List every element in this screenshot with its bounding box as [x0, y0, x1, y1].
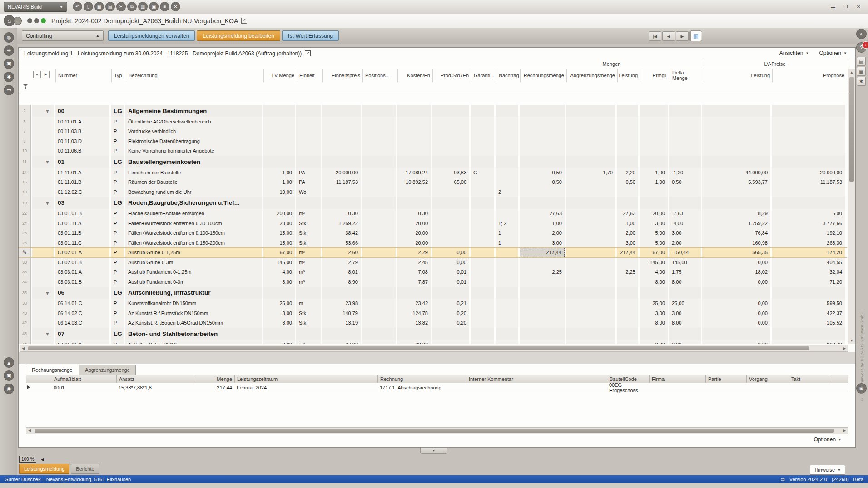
external-link-icon[interactable]: ↗ [241, 18, 247, 24]
hints-button[interactable]: Hinweise ▼ [810, 465, 845, 475]
notification-badge[interactable]: 1 [862, 41, 868, 49]
quick-paste-button[interactable]: ▥ [138, 2, 148, 11]
grid-filter-row[interactable] [19, 82, 847, 92]
detail-tab-abgrenzungsmenge[interactable]: Abgrenzungsmenge [79, 365, 135, 375]
detail-horizontal-scrollbar[interactable]: ◀ ▶ [26, 427, 848, 434]
position-row-07.01.01.A[interactable]: 4607.01.01.APAuffüllen Beton C8/103,00m³… [19, 340, 847, 344]
detail-column-menge[interactable]: Menge [196, 375, 235, 383]
position-row-06.14.01.C[interactable]: 3806.14.01.CPKunststoffkanalrohr DN150mm… [19, 299, 847, 309]
filter-funnel-icon[interactable] [22, 84, 29, 90]
position-row-06.14.03.C[interactable]: 4206.14.03.CPAz Kunstst.R.f.Bogen b.45Gr… [19, 318, 847, 328]
sidebar-monitor-button[interactable]: ▭ [4, 85, 14, 95]
collapse-panel-handle[interactable]: ▼ [420, 448, 447, 454]
minimize-button[interactable]: ▬ [828, 3, 838, 10]
position-row-00.11.03.D[interactable]: 800.11.03.DPElektronische Datenübertragu… [19, 136, 847, 146]
sidebar-apps-button[interactable]: ◉ [4, 384, 14, 394]
position-row-03.01.11.C[interactable]: 2603.01.11.CPFällen+Wurzelstock entferne… [19, 238, 847, 248]
scroll-left-icon[interactable]: ◀ [26, 428, 33, 434]
detail-column-firma[interactable]: Firma [650, 375, 706, 383]
group-row-07[interactable]: 43▾07LGBeton- und Stahlbetonarbeiten [19, 328, 847, 340]
detail-column-aufma-blatt[interactable]: Aufmaßblatt [52, 375, 117, 383]
sidebar-window-button[interactable]: ▣ [4, 370, 14, 381]
scroll-right-icon[interactable]: ▶ [841, 428, 848, 434]
horizontal-scroll-thumb[interactable] [28, 346, 809, 350]
quick-close-button[interactable]: ✕ [171, 2, 180, 11]
sidebar-target-button[interactable]: ✛ [4, 45, 14, 56]
position-row-03.01.11.A[interactable]: 2403.01.11.APFällen+Wurzelstock entferne… [19, 218, 847, 228]
column-header-prog[interactable]: Prognose [773, 69, 847, 82]
column-header-gar[interactable]: Garanti... [471, 69, 496, 82]
group-row-00[interactable]: 2▾00LGAllgemeine Bestimmungen [19, 105, 847, 117]
maximize-button[interactable]: ❐ [841, 3, 851, 10]
grid-view-button[interactable]: ▦ [690, 30, 701, 41]
sidebar-settings-button[interactable]: ✱ [4, 72, 14, 82]
column-header-rm[interactable]: Rechnungsmenge [521, 69, 567, 82]
panel-toggle-button[interactable]: ◐ [856, 29, 867, 39]
expand-button[interactable]: ▶ [42, 71, 50, 78]
sidebar-hints-button[interactable]: ◍ [4, 32, 14, 43]
vertical-scrollbar[interactable]: ▲ ▼ [848, 69, 855, 344]
detail-scroll-thumb[interactable] [35, 429, 834, 433]
position-row-03.01.11.B[interactable]: 2503.01.11.BPFällen+Wurzelstock entferne… [19, 228, 847, 238]
position-row-03.02.01.B[interactable]: 3003.02.01.BPAushub Grube 0-3m145,00m³2,… [19, 257, 847, 267]
position-row-03.01.01.B[interactable]: 2203.01.01.BPFläche säubern+Abfälle ents… [19, 209, 847, 219]
detail-tab-rechnungsmenge[interactable]: Rechnungsmenge [26, 365, 78, 375]
detail-row[interactable]: 000115,33*7,88*1,8217,44Februar 20241717… [26, 383, 848, 392]
position-row-01.11.01.B[interactable]: 1501.11.01.BPRäumen der Baustelle1,00PA1… [19, 177, 847, 187]
options-dropdown[interactable]: Optionen▼ [819, 50, 847, 56]
close-window-button[interactable]: ✕ [853, 3, 863, 10]
group-row-03[interactable]: 19▾03LGRoden,Baugrube,Sicherungen u.Tief… [19, 197, 847, 209]
column-header-eh[interactable]: Einheit [297, 69, 323, 82]
tab-scroll-left-icon[interactable]: ◀ [41, 458, 44, 462]
detail-column-ansatz[interactable]: Ansatz [117, 375, 196, 383]
footer-tab-leistungsmeldung[interactable]: Leistungsmeldung [19, 464, 69, 474]
position-row-06.14.02.C[interactable]: 4006.14.02.CPAz Kunstst.R.f.Putzstück DN… [19, 308, 847, 318]
sidebar-scroll-top-button[interactable]: ▲ [4, 357, 14, 368]
vertical-scroll-thumb[interactable] [849, 77, 854, 182]
position-row-03.03.01.A[interactable]: 3303.03.01.APAushub Fundament 0-1,25m4,0… [19, 267, 847, 277]
column-header-lvl[interactable]: Leistung [703, 69, 773, 82]
quick-print-button[interactable]: ≡ [160, 2, 169, 11]
app-selector-dropdown[interactable]: NEVARIS Build ▼ [4, 2, 67, 12]
column-header-bez[interactable]: Bezeichnung [126, 69, 264, 82]
detail-column-leistungszeitraum[interactable]: Leistungszeitraum [235, 375, 378, 383]
layout-button[interactable]: ▤ [857, 57, 866, 66]
column-header-p[interactable]: Prmg1 [640, 69, 670, 82]
quick-cut-button[interactable]: ✂ [116, 2, 126, 11]
position-row-00.11.01.A[interactable]: 500.11.01.APÖffentliche AG/Oberschwellen… [19, 117, 847, 127]
views-dropdown[interactable]: Ansichten▼ [779, 50, 809, 56]
quick-table-button[interactable]: ▦ [94, 2, 104, 11]
horizontal-scrollbar[interactable]: ◀ ▶ [20, 345, 848, 352]
column-header-am[interactable]: Abgrenzungsmenge [567, 69, 618, 82]
quick-save-button[interactable]: ▣ [149, 2, 159, 11]
column-header-pstd[interactable]: Prod.Std./Eh [433, 69, 471, 82]
detail-column-takt[interactable]: Takt [789, 375, 832, 383]
position-row-00.11.06.B[interactable]: 1000.11.06.BPKeine Vorreihung korrigiert… [19, 146, 847, 156]
scroll-up-icon[interactable]: ▲ [848, 69, 855, 75]
column-header-nach[interactable]: Nachtrag [496, 69, 521, 82]
columns-button[interactable]: ▦ [857, 67, 866, 76]
detail-column-bauteilcode[interactable]: BauteilCode [607, 375, 650, 383]
detail-column-vorgang[interactable]: Vorgang [747, 375, 789, 383]
column-header-l[interactable]: Leistung [618, 69, 640, 82]
module-selector[interactable]: Controlling ▲ [22, 30, 104, 41]
detail-options-dropdown[interactable]: Optionen▼ [813, 436, 842, 443]
quick-copy-button[interactable]: ⧉ [127, 2, 137, 11]
scroll-left-icon[interactable]: ◀ [20, 345, 26, 351]
position-row-00.11.03.B[interactable]: 700.11.03.BPVordrucke verbindlich [19, 127, 847, 137]
scroll-right-icon[interactable]: ▶ [841, 345, 848, 351]
position-row-03.02.01.A[interactable]: ✎03.02.01.APAushub Grube 0-1,25m67,00m³2… [19, 248, 847, 258]
position-row-03.03.01.B[interactable]: 3403.03.01.BPAushub Fundament 0-3m8,00m³… [19, 277, 847, 287]
next-record-button[interactable]: ▶ [676, 31, 689, 41]
detail-column-rechnung[interactable]: Rechnung [378, 375, 466, 383]
splitter[interactable] [19, 352, 855, 364]
column-header-keh[interactable]: Kosten/Eh [398, 69, 433, 82]
scroll-down-icon[interactable]: ▼ [848, 337, 855, 344]
nav-button-leistungsmeldung-bearbeiten[interactable]: Leistungsmeldung bearbeiten [197, 30, 280, 41]
quick-undo-button[interactable]: ↶ [73, 2, 82, 11]
cell-rm[interactable]: 217,44 [520, 248, 565, 258]
column-header-ep[interactable]: Einheitspreis [323, 69, 363, 82]
position-row-01.12.02.C[interactable]: 1801.12.02.CPBewachung rund um die Uhr10… [19, 187, 847, 197]
external-link-icon[interactable]: ↗ [305, 50, 311, 56]
column-dropdown-button[interactable]: ▼ [33, 71, 41, 78]
